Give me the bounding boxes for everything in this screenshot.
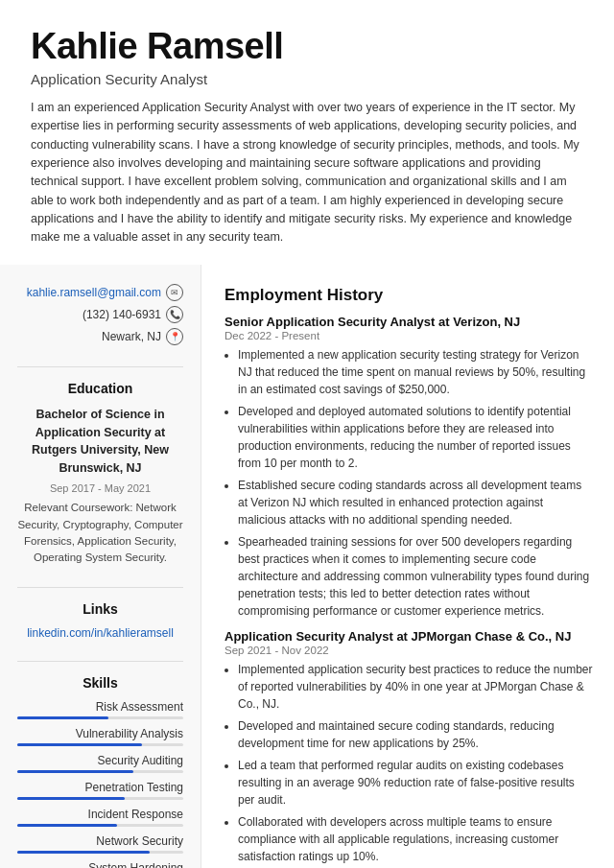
job-date: Sep 2021 - Nov 2022 <box>224 645 593 656</box>
skill-bar-fill <box>17 770 133 773</box>
skill-item: Security Auditing <box>17 754 183 773</box>
skills-title: Skills <box>17 675 183 691</box>
skill-bar-bg <box>17 743 183 746</box>
job-bullet: Implemented application security best pr… <box>238 661 593 713</box>
job-block: Application Security Analyst at JPMorgan… <box>224 629 593 865</box>
email-item: kahlie.ramsell@gmail.com ✉ <box>17 284 183 301</box>
job-bullet: Developed and maintained secure coding s… <box>238 717 593 752</box>
job-title: Application Security Analyst at JPMorgan… <box>224 629 593 644</box>
phone-icon: 📞 <box>166 306 183 323</box>
skill-label: Security Auditing <box>17 754 183 767</box>
job-bullet: Led a team that performed regular audits… <box>238 757 593 809</box>
location-item: Newark, NJ 📍 <box>17 328 183 345</box>
candidate-summary: I am an experienced Application Security… <box>31 99 583 247</box>
email-icon: ✉ <box>166 284 183 301</box>
main-content: Employment History Senior Application Se… <box>201 265 614 868</box>
skill-bar-bg <box>17 716 183 719</box>
education-section: Education Bachelor of Science in Applica… <box>17 381 183 567</box>
phone-text: (132) 140-6931 <box>83 308 161 321</box>
skill-label: Penetration Testing <box>17 781 183 794</box>
skill-item: System Hardening <box>17 861 183 868</box>
links-section: Links linkedin.com/in/kahlieramsell <box>17 601 183 640</box>
skill-label: Incident Response <box>17 808 183 821</box>
skill-item: Network Security <box>17 834 183 854</box>
skill-item: Vulnerability Analysis <box>17 727 183 746</box>
job-bullet: Collaborated with developers across mult… <box>238 813 593 865</box>
skill-bar-bg <box>17 824 183 827</box>
skill-label: Network Security <box>17 834 183 848</box>
divider-3 <box>17 661 183 662</box>
education-block: Bachelor of Science in Application Secur… <box>17 406 183 567</box>
candidate-name: Kahlie Ramsell <box>31 27 583 67</box>
job-title: Senior Application Security Analyst at V… <box>224 315 593 329</box>
job-bullet: Established secure coding standards acro… <box>238 477 593 528</box>
skill-bar-fill <box>17 824 117 827</box>
linkedin-link[interactable]: linkedin.com/in/kahlieramsell <box>17 626 183 640</box>
body-row: kahlie.ramsell@gmail.com ✉ (132) 140-693… <box>0 265 614 868</box>
job-bullet: Spearheaded training sessions for over 5… <box>238 533 593 620</box>
job-block: Senior Application Security Analyst at V… <box>224 315 593 620</box>
skill-label: Risk Assessment <box>17 700 183 714</box>
location-text: Newark, NJ <box>102 330 161 343</box>
skill-label: Vulnerability Analysis <box>17 727 183 740</box>
email-text[interactable]: kahlie.ramsell@gmail.com <box>27 286 161 299</box>
employment-section: Employment History Senior Application Se… <box>224 286 593 865</box>
education-courses: Relevant Coursework: Network Security, C… <box>17 500 183 566</box>
skill-bar-fill <box>17 851 150 854</box>
job-bullet: Implemented a new application security t… <box>238 346 593 398</box>
education-degree: Bachelor of Science in Application Secur… <box>17 406 183 478</box>
job-date: Dec 2022 - Present <box>224 330 593 341</box>
resume-container: Kahlie Ramsell Application Security Anal… <box>0 0 614 868</box>
skills-section: Skills Risk Assessment Vulnerability Ana… <box>17 675 183 868</box>
skills-list: Risk Assessment Vulnerability Analysis S… <box>17 700 183 868</box>
candidate-title: Application Security Analyst <box>31 71 583 87</box>
header-section: Kahlie Ramsell Application Security Anal… <box>0 0 614 265</box>
skill-bar-bg <box>17 851 183 854</box>
skill-item: Risk Assessment <box>17 700 183 719</box>
skill-label: System Hardening <box>17 861 183 868</box>
links-title: Links <box>17 601 183 617</box>
skill-bar-bg <box>17 797 183 800</box>
location-icon: 📍 <box>166 328 183 345</box>
sidebar: kahlie.ramsell@gmail.com ✉ (132) 140-693… <box>0 265 201 868</box>
skill-bar-fill <box>17 743 142 746</box>
skill-item: Penetration Testing <box>17 781 183 800</box>
job-bullet: Developed and deployed automated solutio… <box>238 403 593 472</box>
employment-title: Employment History <box>224 286 593 305</box>
skill-item: Incident Response <box>17 808 183 827</box>
skill-bar-bg <box>17 770 183 773</box>
education-dates: Sep 2017 - May 2021 <box>17 481 183 497</box>
skill-bar-fill <box>17 716 108 719</box>
education-title: Education <box>17 381 183 396</box>
divider-2 <box>17 587 183 588</box>
job-bullets: Implemented a new application security t… <box>224 346 593 620</box>
skill-bar-fill <box>17 797 125 800</box>
job-bullets: Implemented application security best pr… <box>224 661 593 865</box>
phone-item: (132) 140-6931 📞 <box>17 306 183 323</box>
contact-section: kahlie.ramsell@gmail.com ✉ (132) 140-693… <box>17 284 183 345</box>
divider-1 <box>17 366 183 367</box>
jobs-list: Senior Application Security Analyst at V… <box>224 315 593 865</box>
